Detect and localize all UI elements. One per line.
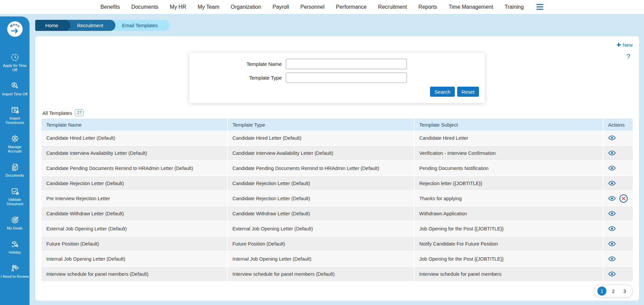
search-button[interactable]: Search: [430, 87, 455, 97]
nav-item-benefits[interactable]: Benefits: [101, 4, 120, 10]
sidebar: Menu Apply for Time OffImport Time OffIm…: [0, 16, 30, 305]
cell-type: Candidate Hired Letter (Default): [227, 131, 414, 145]
list-title: All Templates: [42, 110, 72, 116]
cell-actions: [603, 191, 633, 206]
column-header-template-type: Template Type: [227, 119, 414, 131]
cell-type: Future Position (Default): [227, 236, 414, 251]
view-eye-icon[interactable]: [608, 211, 616, 216]
new-template-button[interactable]: New: [617, 41, 633, 48]
import-timesheets-icon: [10, 105, 19, 115]
cell-name: Interview schedule for panel members (De…: [42, 271, 227, 277]
goals-icon: [10, 215, 19, 224]
table-row: Candidate Pending Documents Remind to HR…: [42, 161, 633, 176]
cell-actions: [603, 131, 633, 145]
nav-item-recruitment[interactable]: Recruitment: [378, 4, 407, 10]
view-eye-icon[interactable]: [608, 241, 616, 247]
view-eye-icon[interactable]: [608, 226, 616, 231]
table-row: Pre Interview Rejection LetterCandidate …: [42, 191, 633, 206]
template-type-label: Template Type: [189, 75, 282, 81]
sidebar-item-my-goals[interactable]: My Goals: [1, 215, 29, 230]
sidebar-item-import-timesheets[interactable]: Import Timesheets: [1, 105, 29, 125]
nav-item-reports[interactable]: Reports: [418, 4, 437, 10]
cell-subject: Notify Candidate For Future Position: [414, 236, 603, 251]
table-row: Candidate Interview Availability Letter …: [42, 146, 633, 161]
table-row: Interview schedule for panel members (De…: [42, 267, 633, 282]
menu-toggle-button[interactable]: Menu: [7, 21, 23, 37]
cell-name: Internal Job Opening Letter (Default): [42, 256, 227, 262]
view-eye-icon[interactable]: [608, 180, 616, 186]
menu-arrow-icon: Menu: [7, 21, 23, 37]
nav-item-my-team[interactable]: My Team: [198, 4, 219, 10]
cell-type: Candidate Rejection Letter (Default): [227, 176, 414, 190]
sidebar-item-label: Validate Timesheet: [1, 198, 29, 206]
cell-subject: Withdrawn Application: [414, 206, 603, 221]
sidebar-item-i-need-to-review[interactable]: I Need to Review: [1, 264, 29, 279]
templates-card: New ? Template NameTemplate Type Search …: [35, 36, 639, 301]
sidebar-item-holiday[interactable]: Holiday: [1, 239, 29, 255]
table-body: Candidate Hired Letter (Default)Candidat…: [42, 131, 633, 282]
template-name-input[interactable]: [286, 59, 407, 69]
view-eye-icon[interactable]: [608, 150, 616, 156]
sidebar-item-validate-timesheet[interactable]: Validate Timesheet: [1, 187, 29, 206]
cell-name: Candidate Pending Documents Remind to HR…: [42, 166, 227, 171]
page-button-1[interactable]: 1: [597, 287, 606, 296]
cell-subject: Job Opening for the Post {{JOBTITLE}}: [414, 221, 603, 236]
view-eye-icon[interactable]: [608, 195, 616, 201]
main-content: HomeRecruitmentEmail Templates New ? Tem…: [30, 14, 644, 305]
view-eye-icon[interactable]: [608, 135, 616, 141]
nav-item-organization[interactable]: Organization: [231, 4, 261, 10]
clock-icon: [10, 53, 19, 62]
nav-item-personnel[interactable]: Personnel: [300, 4, 324, 10]
sidebar-item-import-time-off[interactable]: Import Time Off: [1, 81, 29, 96]
top-nav: BenefitsDocumentsMy HRMy TeamOrganizatio…: [0, 0, 644, 14]
cell-subject: Thanks for applying: [414, 191, 603, 206]
cell-type: Internal Job Opening Letter (Default): [227, 252, 414, 266]
nav-item-documents[interactable]: Documents: [131, 4, 158, 10]
page-button-3[interactable]: 3: [620, 287, 629, 296]
cell-name: Candidate Interview Availability Letter …: [42, 150, 227, 156]
search-panel: Template NameTemplate Type Search Reset: [189, 53, 485, 103]
validate-timesheet-icon: [10, 187, 19, 196]
cell-actions: [603, 146, 633, 160]
nav-item-performance[interactable]: Performance: [336, 4, 367, 10]
sidebar-item-documents[interactable]: Documents: [1, 163, 29, 178]
sidebar-item-label: Holiday: [9, 250, 21, 255]
table-row: Future Position (Default)Future Position…: [42, 236, 633, 252]
cell-actions: [603, 161, 633, 175]
view-eye-icon[interactable]: [608, 271, 616, 277]
template-count-badge: 27: [75, 110, 84, 116]
cell-name: External Job Opening Letter (Default): [42, 226, 227, 231]
sidebar-item-apply-for-time-off[interactable]: Apply for Time Off: [1, 53, 29, 72]
nav-item-my-hr[interactable]: My HR: [170, 4, 186, 10]
hamburger-menu-icon[interactable]: [536, 4, 543, 10]
page-button-2[interactable]: 2: [609, 287, 618, 296]
breadcrumb-home[interactable]: Home: [35, 20, 70, 31]
cell-type: Interview schedule for panel members (De…: [227, 267, 414, 281]
pagination: 123: [594, 285, 633, 297]
cell-actions: [603, 206, 633, 221]
column-header-template-name: Template Name: [42, 122, 227, 128]
cell-name: Pre Interview Rejection Letter: [42, 196, 227, 201]
review-icon: [10, 264, 19, 273]
template-type-input[interactable]: [286, 73, 407, 83]
nav-item-training[interactable]: Training: [504, 4, 524, 10]
help-icon[interactable]: ?: [626, 52, 630, 60]
reset-button[interactable]: Reset: [457, 87, 479, 97]
cell-type: Candidate Rejection Letter (Default): [227, 191, 414, 206]
remove-icon[interactable]: [619, 194, 628, 203]
nav-item-payroll[interactable]: Payroll: [273, 4, 289, 10]
column-header-actions: Actions: [603, 119, 633, 131]
cell-subject: Interview schedule for panel members: [414, 267, 603, 281]
cell-subject: Candidate Hired Letter: [414, 131, 603, 145]
cell-name: Candidate Hired Letter (Default): [42, 135, 227, 141]
view-eye-icon[interactable]: [608, 256, 616, 262]
breadcrumb-email-templates[interactable]: Email Templates: [107, 20, 170, 31]
table-row: External Job Opening Letter (Default)Ext…: [42, 221, 633, 236]
sidebar-item-manage-accruals[interactable]: Manage Accruals: [1, 134, 29, 154]
view-eye-icon[interactable]: [608, 165, 616, 171]
breadcrumb: HomeRecruitmentEmail Templates: [35, 20, 639, 31]
nav-item-time-management[interactable]: Time Management: [448, 4, 493, 10]
table-row: Internal Job Opening Letter (Default)Int…: [42, 252, 633, 267]
template-name-label: Template Name: [189, 61, 282, 67]
cell-actions: [603, 267, 633, 281]
